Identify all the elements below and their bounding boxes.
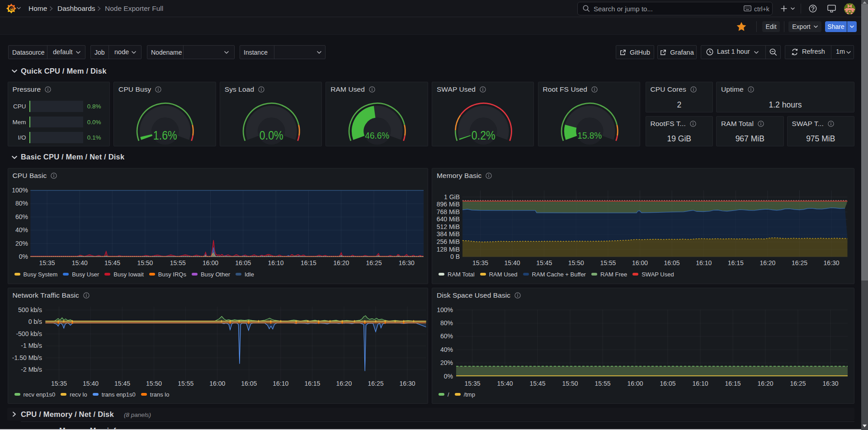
svg-text:16:30: 16:30 <box>822 380 838 387</box>
svg-text:15:50: 15:50 <box>562 380 578 387</box>
svg-text:16:10: 16:10 <box>268 259 283 266</box>
svg-text:16:15: 16:15 <box>300 259 316 266</box>
svg-text:15:40: 15:40 <box>83 380 99 387</box>
svg-text:46.6%: 46.6% <box>365 130 390 140</box>
svg-text:16:10: 16:10 <box>273 380 288 387</box>
svg-text:15:40: 15:40 <box>505 259 520 266</box>
svg-text:0.2%: 0.2% <box>472 128 495 142</box>
svg-text:15:40: 15:40 <box>497 380 513 387</box>
svg-text:15:35: 15:35 <box>464 380 480 387</box>
svg-text:15.8%: 15.8% <box>577 130 602 140</box>
svg-text:256 MiB: 256 MiB <box>437 238 460 245</box>
svg-text:16:00: 16:00 <box>209 380 225 387</box>
svg-text:-500 kb/s: -500 kb/s <box>16 330 42 337</box>
svg-text:15:45: 15:45 <box>529 380 545 387</box>
svg-text:-2 Mb/s: -2 Mb/s <box>21 366 42 373</box>
svg-text:-1 Mb/s: -1 Mb/s <box>21 342 42 349</box>
svg-text:15:35: 15:35 <box>39 259 55 266</box>
svg-text:512 MiB: 512 MiB <box>437 223 460 230</box>
svg-text:20%: 20% <box>440 359 453 366</box>
svg-text:0 b/s: 0 b/s <box>28 318 42 325</box>
svg-text:15:45: 15:45 <box>114 380 130 387</box>
svg-text:15:50: 15:50 <box>137 259 153 266</box>
svg-text:16:20: 16:20 <box>333 259 349 266</box>
svg-text:15:45: 15:45 <box>104 259 120 266</box>
svg-text:15:45: 15:45 <box>536 259 552 266</box>
svg-text:16:30: 16:30 <box>398 259 414 266</box>
svg-text:0 B: 0 B <box>450 253 460 260</box>
svg-text:16:25: 16:25 <box>790 380 806 387</box>
svg-text:500 kb/s: 500 kb/s <box>18 306 42 313</box>
svg-text:15:50: 15:50 <box>568 259 584 266</box>
svg-text:16:05: 16:05 <box>241 380 257 387</box>
svg-text:15:55: 15:55 <box>594 380 610 387</box>
svg-text:16:20: 16:20 <box>757 380 773 387</box>
svg-text:16:05: 16:05 <box>660 380 675 387</box>
svg-text:16:05: 16:05 <box>664 259 680 266</box>
svg-text:16:20: 16:20 <box>336 380 352 387</box>
svg-text:16:30: 16:30 <box>399 380 415 387</box>
svg-text:16:00: 16:00 <box>632 259 648 266</box>
svg-text:0%: 0% <box>444 373 453 380</box>
svg-text:16:15: 16:15 <box>304 380 320 387</box>
svg-text:16:15: 16:15 <box>725 380 741 387</box>
svg-text:128 MiB: 128 MiB <box>437 245 460 252</box>
svg-text:16:25: 16:25 <box>366 259 382 266</box>
svg-text:60%: 60% <box>440 332 453 340</box>
svg-text:20%: 20% <box>15 239 28 247</box>
svg-text:1.6%: 1.6% <box>153 128 177 142</box>
svg-text:16:25: 16:25 <box>368 380 383 387</box>
svg-text:16:10: 16:10 <box>692 380 708 387</box>
svg-text:1 GiB: 1 GiB <box>444 193 460 200</box>
svg-text:40%: 40% <box>440 346 453 353</box>
svg-text:16:00: 16:00 <box>202 259 218 266</box>
svg-text:16:15: 16:15 <box>728 259 744 266</box>
svg-text:16:25: 16:25 <box>792 259 807 266</box>
svg-text:-1.50 Mb/s: -1.50 Mb/s <box>12 354 42 361</box>
svg-text:15:50: 15:50 <box>146 380 162 387</box>
svg-text:15:35: 15:35 <box>51 380 66 387</box>
svg-text:16:20: 16:20 <box>760 259 775 266</box>
svg-text:16:30: 16:30 <box>824 259 840 266</box>
svg-text:15:55: 15:55 <box>600 259 616 266</box>
svg-text:640 MiB: 640 MiB <box>437 215 460 223</box>
svg-text:15:40: 15:40 <box>71 259 87 266</box>
svg-text:768 MiB: 768 MiB <box>437 208 460 215</box>
svg-text:384 MiB: 384 MiB <box>437 230 460 238</box>
svg-text:100%: 100% <box>437 306 453 313</box>
svg-text:16:05: 16:05 <box>235 259 251 266</box>
svg-text:15:55: 15:55 <box>170 259 185 266</box>
svg-text:896 MiB: 896 MiB <box>437 201 460 208</box>
svg-text:16:10: 16:10 <box>696 259 712 266</box>
svg-text:60%: 60% <box>15 213 28 220</box>
svg-text:15:55: 15:55 <box>178 380 193 387</box>
svg-text:80%: 80% <box>15 200 28 207</box>
svg-text:0%: 0% <box>19 253 28 260</box>
svg-text:15:35: 15:35 <box>472 259 488 266</box>
svg-text:0.0%: 0.0% <box>259 128 283 142</box>
svg-text:100%: 100% <box>12 187 28 194</box>
svg-text:16:00: 16:00 <box>627 380 643 387</box>
svg-text:80%: 80% <box>440 319 453 327</box>
svg-text:40%: 40% <box>15 226 28 234</box>
